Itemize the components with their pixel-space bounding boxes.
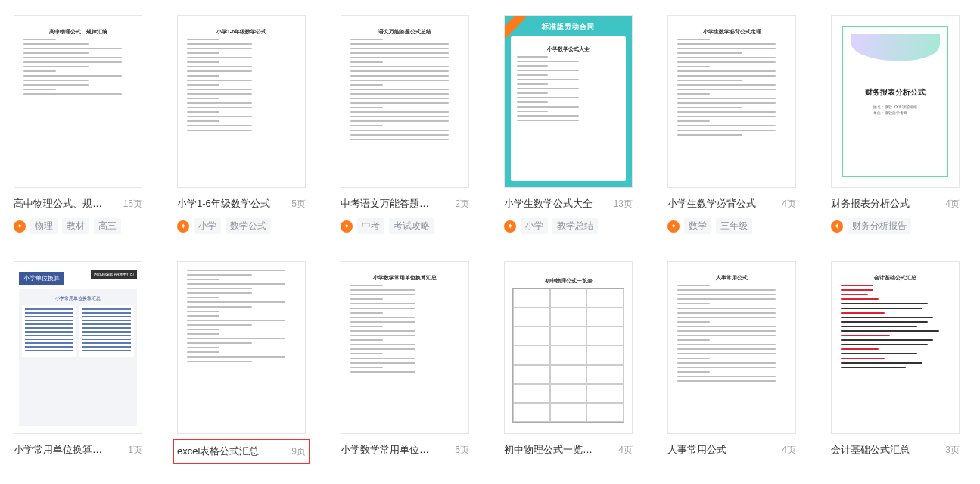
card-meta: 小学常用单位换算汇总… 1页 (14, 443, 142, 457)
tag[interactable]: 三年级 (716, 218, 752, 234)
tag-row: ✦ 物理教材高三 (14, 218, 142, 234)
tag[interactable]: 中考 (357, 218, 384, 234)
document-card[interactable]: 标准版劳动合同 小学数学公式大全 小学生数学公式大全 13页 ✦ 小学教学总结 (504, 15, 633, 234)
document-card[interactable]: 小学生数学必背公式定理 小学生数学必背公式 4页 ✦ 数学三年级 (667, 15, 796, 234)
tag-row: ✦ 中考考试攻略 (341, 218, 469, 234)
card-meta: 初中物理公式一览汇总… 4页 (504, 443, 633, 457)
document-title[interactable]: 高中物理公式、规律… (14, 197, 110, 211)
document-thumbnail[interactable]: 小学单位换算内容易编辑 A4通用打印 小学常用单位换算汇总 (14, 261, 142, 434)
tag-row: ✦ 小学数学公式 (177, 218, 306, 234)
tag[interactable]: 数学 (684, 218, 711, 234)
document-thumbnail[interactable]: 小学1-6年级数学公式 (177, 15, 306, 188)
page-count: 4页 (782, 444, 796, 457)
document-card[interactable]: 财务报表分析公式 姓名：微软 XXX 课题组组单位：微软自学考网 财务报表分析公… (831, 15, 960, 234)
document-title[interactable]: 财务报表分析公式 (831, 197, 910, 211)
document-thumbnail[interactable] (177, 261, 306, 434)
quality-badge-icon: ✦ (667, 220, 680, 233)
card-meta: 中考语文万能答题公式… 2页 (341, 197, 469, 211)
document-thumbnail[interactable]: 人事常用公式 (667, 261, 796, 434)
document-card[interactable]: 语文万能答题公式总结 中考语文万能答题公式… 2页 ✦ 中考考试攻略 (341, 15, 469, 234)
tag[interactable]: 物理 (30, 218, 58, 234)
document-thumbnail[interactable]: 小学生数学必背公式定理 (667, 15, 796, 188)
quality-badge-icon: ✦ (504, 220, 516, 233)
document-thumbnail[interactable]: 财务报表分析公式 姓名：微软 XXX 课题组组单位：微软自学考网 (831, 15, 960, 188)
page-count: 4页 (782, 198, 796, 211)
corner-ribbon-icon (505, 16, 527, 39)
quality-badge-icon: ✦ (831, 220, 843, 233)
tag-row: ✦ 数学三年级 (667, 218, 796, 234)
tag[interactable]: 教材 (62, 218, 89, 234)
document-title[interactable]: 小学生数学必背公式 (667, 197, 756, 211)
document-title[interactable]: 人事常用公式 (667, 443, 726, 457)
page-count: 4页 (945, 198, 960, 211)
document-title[interactable]: excel表格公式汇总 (177, 445, 259, 458)
card-meta: excel表格公式汇总 9页 (177, 443, 306, 460)
tag[interactable]: 小学 (194, 218, 221, 234)
document-title[interactable]: 小学生数学公式大全 (504, 197, 593, 211)
page-count: 9页 (291, 445, 306, 458)
document-thumbnail[interactable]: 小学数学常用单位换算汇总 (341, 261, 469, 434)
tag[interactable]: 考试攻略 (389, 218, 434, 234)
tag[interactable]: 小学 (521, 218, 548, 234)
page-count: 4页 (618, 444, 633, 457)
tag-row: ✦ 小学教学总结 (504, 218, 633, 234)
document-thumbnail[interactable]: 高中物理公式、规律汇编 (14, 15, 142, 188)
page-count: 13页 (614, 198, 633, 211)
quality-badge-icon: ✦ (341, 220, 353, 233)
document-title[interactable]: 小学常用单位换算汇总… (14, 443, 110, 457)
tag[interactable]: 数学公式 (226, 218, 271, 234)
page-count: 3页 (945, 444, 960, 457)
tag[interactable]: 高三 (94, 218, 121, 234)
document-grid: 高中物理公式、规律汇编 高中物理公式、规律… 15页 ✦ 物理教材高三 小学1-… (14, 15, 966, 460)
wave-decoration-icon (851, 34, 940, 61)
document-title[interactable]: 中考语文万能答题公式… (341, 197, 437, 211)
document-title[interactable]: 小学数学常用单位换算… (341, 443, 437, 457)
tag[interactable]: 教学总结 (552, 218, 598, 234)
quality-badge-icon: ✦ (177, 220, 189, 233)
card-meta: 小学1-6年级数学公式 5页 (177, 197, 306, 211)
document-card[interactable]: 小学单位换算内容易编辑 A4通用打印 小学常用单位换算汇总 小学常用单位换算汇总… (14, 261, 142, 460)
document-card[interactable]: excel表格公式汇总 9页 (177, 261, 306, 460)
tag-row: ✦ 财务分析报告 (831, 218, 960, 234)
card-meta: 会计基础公式汇总 3页 (831, 443, 960, 457)
quality-badge-icon: ✦ (14, 220, 26, 233)
page-count: 2页 (455, 198, 469, 211)
document-thumbnail[interactable]: 会计基础公式汇总 (831, 261, 960, 434)
document-thumbnail[interactable]: 语文万能答题公式总结 (341, 15, 469, 188)
document-card[interactable]: 高中物理公式、规律汇编 高中物理公式、规律… 15页 ✦ 物理教材高三 (14, 15, 142, 234)
document-card[interactable]: 人事常用公式 人事常用公式 4页 (667, 261, 796, 460)
document-title[interactable]: 小学1-6年级数学公式 (177, 197, 270, 211)
document-card[interactable]: 会计基础公式汇总 会计基础公式汇总 3页 (831, 261, 960, 460)
thumbnail-banner: 标准版劳动合同 (511, 22, 626, 36)
card-meta: 人事常用公式 4页 (667, 443, 796, 457)
tag[interactable]: 财务分析报告 (848, 218, 911, 234)
document-card[interactable]: 小学1-6年级数学公式 小学1-6年级数学公式 5页 ✦ 小学数学公式 (177, 15, 306, 234)
document-thumbnail[interactable]: 标准版劳动合同 小学数学公式大全 (504, 15, 633, 188)
card-meta: 小学生数学公式大全 13页 (504, 197, 633, 211)
document-card[interactable]: 初中物理公式一览表 初中物理公式一览汇总… 4页 (504, 261, 633, 460)
page-count: 5页 (455, 444, 469, 457)
page-count: 15页 (123, 198, 142, 211)
page-count: 5页 (291, 198, 306, 211)
card-meta: 小学数学常用单位换算… 5页 (341, 443, 469, 457)
card-meta: 高中物理公式、规律… 15页 (14, 197, 142, 211)
card-meta: 小学生数学必背公式 4页 (667, 197, 796, 211)
card-meta: 财务报表分析公式 4页 (831, 197, 960, 211)
document-title[interactable]: 初中物理公式一览汇总… (504, 443, 601, 457)
document-title[interactable]: 会计基础公式汇总 (831, 443, 910, 457)
page-count: 1页 (128, 444, 142, 457)
document-card[interactable]: 小学数学常用单位换算汇总 小学数学常用单位换算… 5页 (341, 261, 469, 460)
document-thumbnail[interactable]: 初中物理公式一览表 (504, 261, 633, 434)
